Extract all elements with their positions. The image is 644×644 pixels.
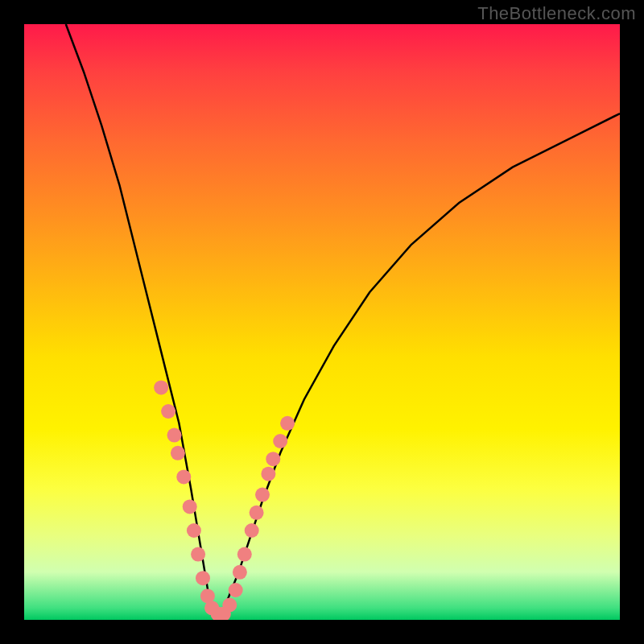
marker-point (154, 380, 168, 394)
marker-point (183, 499, 197, 514)
marker-point (191, 547, 205, 562)
marker-point (229, 583, 243, 597)
marker-point (171, 446, 185, 460)
plot-area (24, 24, 620, 620)
marker-point (196, 571, 210, 585)
chart-svg (24, 24, 620, 620)
watermark-text: TheBottleneck.com (477, 3, 636, 24)
marker-point (233, 565, 247, 580)
curve-markers (154, 380, 295, 620)
marker-point (255, 488, 270, 502)
curve-line (66, 24, 620, 614)
marker-point (222, 598, 237, 613)
marker-point (245, 523, 259, 538)
marker-point (161, 404, 175, 419)
marker-point (280, 416, 295, 431)
marker-point (261, 467, 275, 481)
chart-container: TheBottleneck.com (0, 0, 644, 644)
marker-point (187, 523, 201, 538)
marker-point (237, 547, 252, 562)
marker-point (176, 469, 191, 484)
marker-point (266, 452, 280, 466)
marker-point (167, 428, 182, 443)
marker-point (273, 434, 287, 448)
marker-point (250, 506, 264, 520)
